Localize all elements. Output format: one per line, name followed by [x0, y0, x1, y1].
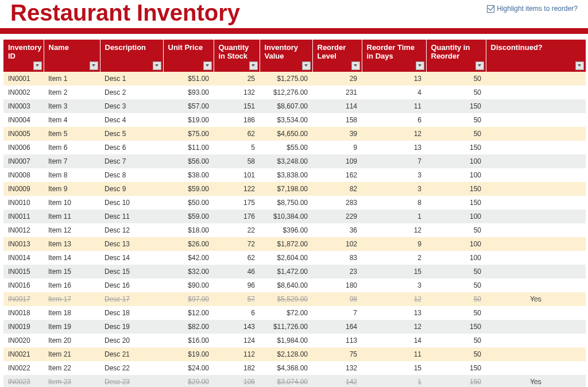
cell-id: IN0022	[3, 361, 44, 375]
cell-rtime: 7	[362, 154, 426, 168]
table-row[interactable]: IN0019Item 19Desc 19$82.00143$11,726.001…	[3, 320, 586, 334]
cell-desc: Desc 17	[100, 292, 163, 306]
table-row[interactable]: IN0016Item 16Desc 16$90.0096$8,640.00180…	[3, 278, 586, 292]
table-row[interactable]: IN0010Item 10Desc 10$50.00175$8,750.0028…	[3, 196, 586, 210]
cell-desc: Desc 18	[100, 306, 163, 320]
cell-id: IN0012	[3, 223, 44, 237]
cell-rqty: 50	[426, 127, 486, 141]
cell-rqty: 100	[426, 237, 486, 251]
cell-name: Item 10	[44, 196, 100, 210]
filter-dropdown-icon[interactable]	[575, 61, 584, 70]
table-row[interactable]: IN0011Item 11Desc 11$59.00176$10,384.002…	[3, 210, 586, 223]
cell-desc: Desc 22	[100, 361, 163, 375]
cell-name: Item 5	[44, 127, 100, 141]
table-row[interactable]: IN0007Item 7Desc 7$56.0058$3,248.0010971…	[3, 154, 586, 168]
cell-disc	[486, 306, 586, 320]
cell-rlvl: 75	[312, 347, 362, 361]
table-row[interactable]: IN0022Item 22Desc 22$24.00182$4,368.0013…	[3, 361, 586, 375]
column-header-rtime[interactable]: Reorder Time in Days	[362, 40, 426, 72]
table-row[interactable]: IN0002Item 2Desc 2$93.00132$12,276.00231…	[3, 86, 586, 99]
filter-dropdown-icon[interactable]	[302, 61, 311, 70]
table-row[interactable]: IN0006Item 6Desc 6$11.005$55.00913150	[3, 141, 586, 154]
table-row[interactable]: IN0018Item 18Desc 18$12.006$72.0071350	[3, 306, 586, 320]
inventory-table: Inventory IDNameDescriptionUnit PriceQua…	[3, 40, 586, 387]
cell-name: Item 11	[44, 210, 100, 223]
cell-desc: Desc 15	[100, 265, 163, 278]
cell-qty: 122	[214, 182, 260, 196]
cell-name: Item 2	[44, 86, 100, 99]
cell-rlvl: 114	[312, 99, 362, 113]
table-row[interactable]: IN0021Item 21Desc 21$19.00112$2,128.0075…	[3, 347, 586, 361]
cell-value: $8,640.00	[260, 278, 312, 292]
cell-rlvl: 180	[312, 278, 362, 292]
cell-disc	[486, 347, 586, 361]
cell-rqty: 50	[426, 347, 486, 361]
cell-rtime: 12	[362, 127, 426, 141]
column-header-disc[interactable]: Discontinued?	[486, 40, 586, 72]
cell-disc	[486, 72, 586, 86]
cell-price: $29.00	[163, 375, 214, 387]
cell-rqty: 50	[426, 72, 486, 86]
cell-rqty: 100	[426, 251, 486, 265]
column-header-rqty[interactable]: Quantity in Reorder	[426, 40, 486, 72]
cell-id: IN0017	[3, 292, 44, 306]
table-row[interactable]: IN0001Item 1Desc 1$51.0025$1,275.0029135…	[3, 72, 586, 86]
cell-id: IN0021	[3, 347, 44, 361]
cell-qty: 72	[214, 237, 260, 251]
cell-rqty: 150	[426, 375, 486, 387]
cell-name: Item 13	[44, 237, 100, 251]
cell-rqty: 50	[426, 86, 486, 99]
table-row[interactable]: IN0017Item 17Desc 17$97.0057$5,529.00981…	[3, 292, 586, 306]
cell-rqty: 150	[426, 141, 486, 154]
cell-id: IN0011	[3, 210, 44, 223]
cell-qty: 112	[214, 347, 260, 361]
table-row[interactable]: IN0023Item 23Desc 23$29.00106$3,074.0014…	[3, 375, 586, 387]
filter-dropdown-icon[interactable]	[416, 61, 424, 70]
cell-rlvl: 36	[312, 223, 362, 237]
table-row[interactable]: IN0014Item 14Desc 14$42.0062$2,604.00832…	[3, 251, 586, 265]
table-row[interactable]: IN0009Item 9Desc 9$59.00122$7,198.008231…	[3, 182, 586, 196]
cell-rqty: 50	[426, 223, 486, 237]
table-row[interactable]: IN0003Item 3Desc 3$57.00151$8,607.001141…	[3, 99, 586, 113]
filter-dropdown-icon[interactable]	[475, 61, 484, 70]
filter-dropdown-icon[interactable]	[33, 61, 42, 70]
cell-rlvl: 7	[312, 306, 362, 320]
cell-rqty: 50	[426, 306, 486, 320]
cell-name: Item 18	[44, 306, 100, 320]
cell-name: Item 7	[44, 154, 100, 168]
table-row[interactable]: IN0008Item 8Desc 8$38.00101$3,838.001623…	[3, 168, 586, 182]
cell-disc	[486, 334, 586, 347]
cell-rqty: 50	[426, 113, 486, 127]
cell-price: $59.00	[163, 182, 214, 196]
table-row[interactable]: IN0013Item 13Desc 13$26.0072$1,872.00102…	[3, 237, 586, 251]
filter-dropdown-icon[interactable]	[249, 61, 258, 70]
cell-desc: Desc 10	[100, 196, 163, 210]
filter-dropdown-icon[interactable]	[351, 61, 360, 70]
cell-price: $19.00	[163, 347, 214, 361]
table-row[interactable]: IN0015Item 15Desc 15$32.0046$1,472.00231…	[3, 265, 586, 278]
highlight-reorder-checkbox[interactable]: Highlight items to reorder?	[487, 5, 578, 13]
cell-name: Item 15	[44, 265, 100, 278]
table-row[interactable]: IN0005Item 5Desc 5$75.0062$4,650.0039125…	[3, 127, 586, 141]
cell-rtime: 13	[362, 72, 426, 86]
cell-rlvl: 283	[312, 196, 362, 210]
cell-rlvl: 82	[312, 182, 362, 196]
column-header-id[interactable]: Inventory ID	[3, 40, 44, 72]
table-row[interactable]: IN0012Item 12Desc 12$18.0022$396.0036125…	[3, 223, 586, 237]
filter-dropdown-icon[interactable]	[203, 61, 212, 70]
column-header-name[interactable]: Name	[44, 40, 100, 72]
cell-price: $16.00	[163, 334, 214, 347]
column-header-rlvl[interactable]: Reorder Level	[312, 40, 362, 72]
filter-dropdown-icon[interactable]	[90, 61, 98, 70]
cell-desc: Desc 9	[100, 182, 163, 196]
cell-rtime: 15	[362, 361, 426, 375]
cell-qty: 5	[214, 141, 260, 154]
column-header-value[interactable]: Inventory Value	[260, 40, 312, 72]
column-header-qty[interactable]: Quantity in Stock	[214, 40, 260, 72]
column-header-price[interactable]: Unit Price	[163, 40, 214, 72]
table-row[interactable]: IN0004Item 4Desc 4$19.00186$3,534.001586…	[3, 113, 586, 127]
cell-qty: 96	[214, 278, 260, 292]
filter-dropdown-icon[interactable]	[153, 61, 161, 70]
column-header-desc[interactable]: Description	[100, 40, 163, 72]
table-row[interactable]: IN0020Item 20Desc 20$16.00124$1,984.0011…	[3, 334, 586, 347]
